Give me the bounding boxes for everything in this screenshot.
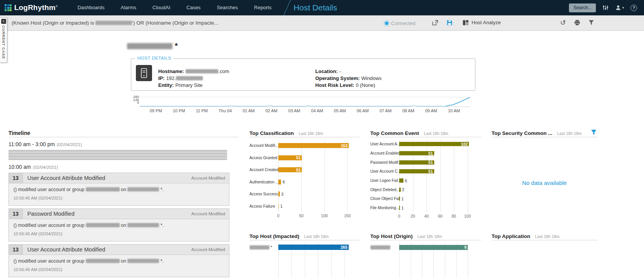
bar-value-label: 2	[402, 187, 405, 192]
risk-label: Host Risk Level:	[315, 82, 354, 88]
bar-top_common_event-4[interactable]	[399, 178, 403, 183]
time-axis-label: 03 AM	[288, 108, 300, 113]
bar-top_common_event-0[interactable]: 102	[399, 142, 469, 146]
bar-value-label: 265	[341, 245, 349, 250]
sliders-icon[interactable]	[602, 5, 609, 11]
host-analyze-button[interactable]: Host Analyze	[463, 20, 501, 25]
user-menu[interactable]: ▾	[615, 5, 624, 11]
risk-row: Host Risk Level:0 (None)	[315, 82, 381, 89]
time-axis-label: Thu 04	[219, 108, 232, 113]
toolbar-filter-icon[interactable]	[589, 20, 594, 25]
top-host-origin-chart: 6	[370, 243, 481, 252]
entity-label: Entity:	[158, 82, 174, 88]
redacted-host-label	[370, 245, 390, 250]
panel-title: Top Common Event	[370, 130, 419, 136]
top-nav: LogRhythm® Dashboards Alarms CloudAI Cas…	[0, 0, 644, 15]
y-tick-label: 0	[133, 102, 139, 105]
bar-top_classification-0[interactable]: 153	[278, 143, 349, 148]
chart-x-axis: 050100150	[278, 212, 350, 218]
hostname-row: Hostname:.com	[158, 68, 229, 75]
logrhythm-logo[interactable]: LogRhythm®	[5, 3, 58, 12]
bar-value-label: 3	[281, 192, 284, 196]
redacted-account	[86, 259, 120, 263]
panel-subtitle: Last 18h 18m	[535, 234, 560, 239]
bar-value-label: 6	[405, 178, 407, 183]
bar-top_classification-2[interactable]: 51	[278, 167, 302, 172]
search-button[interactable]: Search...	[569, 3, 596, 12]
bar-category-label: Access Failure	[249, 200, 278, 213]
hostname-label: Hostname:	[158, 68, 184, 74]
print-icon[interactable]	[574, 20, 580, 26]
bar-top_common_event-3[interactable]: 51	[399, 169, 434, 173]
undo-icon[interactable]: ↺	[560, 19, 566, 27]
bar-top_host_origin-0[interactable]: 6	[399, 245, 468, 250]
axis-tick-label: 60	[438, 214, 443, 218]
top-classification-panel: Top Classification Last 18h 18m Account …	[249, 130, 360, 230]
event-message: () modified user account or group on *.	[13, 223, 224, 228]
connected-indicator	[385, 22, 388, 25]
group-date: (02/04/2021)	[57, 142, 82, 147]
panel-subtitle: Last 18h 18m	[557, 131, 582, 136]
time-axis-label: 08 AM	[402, 108, 414, 113]
event-classification-tag: Account Modified	[191, 211, 225, 216]
panel-header: Top Classification Last 18h 18m	[249, 130, 360, 137]
nav-item-dashboards[interactable]: Dashboards	[69, 0, 112, 15]
os-label: Operating System:	[315, 75, 360, 81]
bar-category-label: User Logon Fail...	[370, 176, 399, 185]
nav-item-cloudai[interactable]: CloudAI	[144, 0, 178, 15]
bar-top_host_impacted-0[interactable]: 265	[278, 245, 349, 250]
time-axis-label: 10 PM	[173, 108, 185, 113]
bar-top_common_event-6[interactable]	[399, 196, 400, 201]
event-card[interactable]: 13 Password Modified Account Modified ()…	[8, 208, 229, 241]
filter-icon[interactable]	[591, 130, 597, 137]
save-icon[interactable]	[447, 20, 453, 26]
bar-top_classification-5[interactable]	[278, 204, 279, 209]
top-host-impacted-panel: Top Host (Impacted) Last 18h 18m *265	[249, 233, 360, 278]
os-row: Operating System:Windows	[315, 75, 381, 82]
redacted-filter-value	[95, 21, 132, 25]
event-card[interactable]: 13 User Account Attribute Modified Accou…	[8, 173, 229, 206]
panel-header: Top Security Common ... Last 18h 18m	[492, 130, 597, 137]
axis-tick-label: 40	[424, 214, 429, 218]
pop-out-icon[interactable]	[432, 20, 438, 26]
current-case-label: CURRENT CASE	[1, 25, 6, 59]
bar-value-label: 1	[401, 206, 404, 210]
time-axis-label: 06 AM	[357, 108, 369, 113]
bar-top_classification-4[interactable]	[278, 191, 280, 196]
top-application-panel: Top Application Last 18h 18m	[492, 233, 597, 278]
entity-row: Entity:Primary Site	[158, 82, 229, 89]
bar-top_common_event-7[interactable]	[399, 206, 400, 210]
group-time: 11:00 am - 3:00 pm	[8, 141, 55, 147]
bar-top_common_event-2[interactable]: 51	[399, 160, 434, 165]
bar-category-label: Account Enabled	[370, 149, 399, 158]
bar-top_common_event-5[interactable]	[399, 188, 401, 192]
event-message: () modified user account or group on *.	[13, 258, 224, 264]
help-icon[interactable]: ?	[631, 5, 637, 11]
nav-item-cases[interactable]: Cases	[178, 0, 209, 15]
redacted-account	[86, 223, 120, 227]
event-card[interactable]: 13 User Account Attribute Modified Accou…	[8, 244, 229, 277]
bar-top_classification-3[interactable]	[278, 180, 281, 185]
bar-category-label: Authentication ...	[249, 176, 278, 188]
host-title: *	[127, 42, 178, 50]
sparkline-plot	[140, 97, 470, 107]
time-axis-label: 01 AM	[243, 108, 254, 113]
timeline-panel: Timeline 11:00 am - 3:00 pm(02/04/2021) …	[8, 130, 239, 278]
redacted-host-name	[127, 43, 172, 49]
nav-item-searches[interactable]: Searches	[209, 0, 246, 15]
nav-item-alarms[interactable]: Alarms	[113, 0, 144, 15]
bar-category-label: Access Granted	[249, 152, 278, 164]
bar-top_common_event-1[interactable]: 51	[399, 151, 434, 155]
redacted-host	[127, 259, 159, 263]
current-case-tab[interactable]: » CURRENT CASE	[0, 17, 7, 63]
nav-item-reports[interactable]: Reports	[246, 0, 280, 15]
event-header: 13 Password Modified Account Modified	[9, 209, 229, 219]
filter-text-suffix: ') OR (Hostname (Origin or Impacte...	[132, 20, 218, 26]
expand-icon[interactable]: »	[1, 19, 6, 24]
bar-category-label: Password Modif...	[370, 158, 399, 167]
bar-category-label: Close Object Fai...	[370, 194, 399, 203]
collapsed-events-group[interactable]	[8, 150, 227, 160]
axis-tick-label: 80	[452, 214, 456, 218]
bar-top_classification-1[interactable]: 51	[278, 155, 302, 160]
top-security-common-panel: Top Security Common ... Last 18h 18m No …	[492, 130, 597, 230]
